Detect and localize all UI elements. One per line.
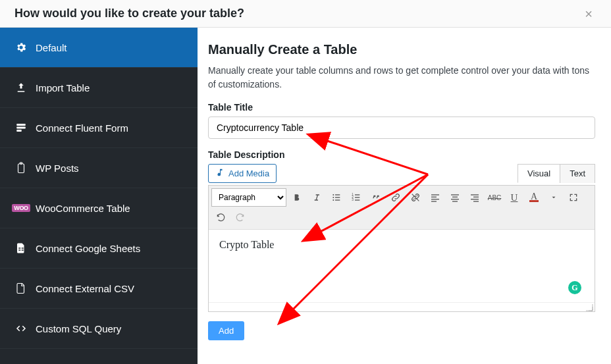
numbered-list-button[interactable]: 123 [347, 188, 365, 207]
svg-text:3: 3 [352, 198, 354, 201]
form-icon [14, 121, 28, 134]
file-icon [14, 282, 28, 295]
underline-button[interactable]: U [505, 188, 523, 207]
resize-handle[interactable] [209, 302, 595, 311]
redo-button[interactable] [231, 208, 250, 226]
table-description-label: Table Description [208, 149, 595, 160]
main-heading: Manually Create a Table [208, 42, 595, 57]
svg-rect-2 [16, 130, 22, 132]
sidebar-item-custom-sql-query[interactable]: Custom SQL Query [0, 309, 198, 349]
svg-rect-24 [473, 197, 479, 197]
sidebar-item-label: Custom SQL Query [36, 323, 121, 334]
sidebar-item-wp-posts[interactable]: WP Posts [0, 148, 198, 188]
editor-tab-switcher: Visual Text [518, 164, 595, 183]
svg-rect-1 [16, 127, 26, 129]
clipboard-icon [14, 161, 28, 174]
svg-rect-25 [471, 199, 479, 199]
gear-icon [14, 41, 28, 54]
music-note-icon [215, 168, 225, 179]
grip-icon [585, 303, 593, 311]
tab-text[interactable]: Text [560, 164, 595, 183]
svg-rect-17 [431, 199, 439, 199]
sidebar-item-woocommerce-table[interactable]: WOO WooCommerce Table [0, 188, 198, 228]
woo-icon: WOO [14, 201, 28, 215]
sidebar-item-label: Default [36, 42, 67, 53]
svg-point-5 [332, 199, 334, 201]
table-title-label: Table Title [208, 102, 595, 113]
add-media-button[interactable]: Add Media [208, 164, 277, 183]
sidebar-item-default[interactable]: Default [0, 28, 198, 68]
sidebar: Default Import Table Connect Fluent Form… [0, 28, 198, 364]
main-description: Manually create your table columns and r… [208, 64, 595, 91]
strikethrough-button[interactable]: ABC [485, 188, 504, 207]
sidebar-item-label: Import Table [36, 82, 90, 93]
sheets-icon [14, 242, 28, 255]
sidebar-item-label: WP Posts [36, 163, 79, 174]
text-color-button[interactable]: A [525, 188, 543, 207]
svg-rect-21 [451, 199, 459, 199]
add-media-label: Add Media [228, 169, 269, 178]
svg-rect-16 [431, 197, 437, 197]
link-button[interactable] [386, 188, 405, 207]
format-select[interactable]: Paragraph [211, 188, 286, 207]
unlink-button[interactable] [406, 188, 425, 207]
sidebar-item-label: Connect External CSV [36, 283, 134, 294]
svg-rect-20 [452, 197, 458, 197]
main-panel: Manually Create a Table Manually create … [198, 28, 611, 364]
grammarly-icon: G [568, 281, 581, 294]
sidebar-item-label: Connect Google Sheets [36, 243, 140, 254]
toolbar-row-2 [211, 208, 592, 226]
sidebar-item-import-table[interactable]: Import Table [0, 68, 198, 108]
align-left-button[interactable] [426, 188, 444, 207]
text-color-dropdown-button[interactable] [545, 188, 563, 207]
svg-point-3 [332, 194, 334, 195]
svg-rect-26 [473, 201, 479, 201]
svg-rect-12 [355, 194, 359, 195]
svg-rect-15 [431, 194, 439, 195]
svg-rect-19 [451, 194, 459, 195]
upload-icon [14, 81, 28, 94]
svg-rect-23 [471, 194, 479, 195]
modal-title: How would you like to create your table? [14, 7, 244, 20]
close-button[interactable]: × [579, 5, 598, 23]
editor-wrapper: Paragraph 123 ABC U A [208, 185, 595, 312]
toolbar-row-1: Paragraph 123 ABC U A [211, 188, 592, 207]
bold-button[interactable] [288, 188, 306, 207]
close-icon: × [585, 7, 593, 21]
svg-rect-7 [335, 197, 340, 197]
modal-header: How would you like to create your table?… [0, 0, 611, 28]
sidebar-item-connect-fluent-form[interactable]: Connect Fluent Form [0, 108, 198, 148]
svg-rect-13 [355, 197, 359, 197]
editor-text: Crypto Table [219, 239, 274, 250]
undo-button[interactable] [211, 208, 230, 226]
svg-rect-22 [452, 201, 458, 201]
svg-rect-14 [355, 199, 359, 200]
sidebar-item-connect-google-sheets[interactable]: Connect Google Sheets [0, 228, 198, 269]
svg-rect-18 [431, 201, 437, 201]
tab-visual[interactable]: Visual [518, 164, 560, 183]
sidebar-item-label: WooCommerce Table [36, 203, 130, 214]
code-icon [14, 322, 28, 335]
editor-header-row: Add Media Visual Text [208, 164, 595, 183]
blockquote-button[interactable] [367, 188, 385, 207]
table-title-input[interactable] [208, 117, 595, 139]
align-right-button[interactable] [465, 188, 484, 207]
add-button[interactable]: Add [208, 321, 244, 340]
modal-body: Default Import Table Connect Fluent Form… [0, 28, 611, 364]
fullscreen-button[interactable] [564, 188, 583, 207]
italic-button[interactable] [307, 188, 326, 207]
align-center-button[interactable] [446, 188, 464, 207]
svg-rect-8 [335, 199, 340, 200]
svg-rect-6 [335, 194, 340, 195]
editor-content[interactable]: Crypto Table G [209, 230, 595, 302]
svg-rect-0 [16, 124, 26, 126]
bullet-list-button[interactable] [327, 188, 346, 207]
editor-toolbar: Paragraph 123 ABC U A [209, 186, 595, 230]
svg-point-4 [332, 197, 334, 198]
sidebar-item-connect-external-csv[interactable]: Connect External CSV [0, 269, 198, 309]
sidebar-item-label: Connect Fluent Form [36, 122, 128, 134]
